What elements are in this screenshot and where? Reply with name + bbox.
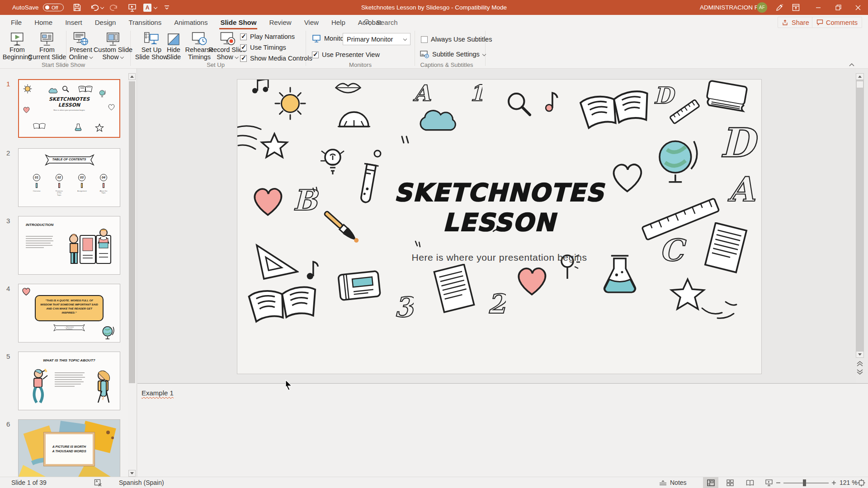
reading-view-button[interactable] bbox=[742, 477, 758, 488]
collapse-ribbon-button[interactable] bbox=[849, 63, 854, 66]
scroll-up-button[interactable] bbox=[128, 73, 136, 80]
scroll-down-button[interactable] bbox=[128, 470, 136, 477]
use-presenter-view-checkbox[interactable]: Use Presenter View bbox=[312, 51, 380, 58]
tab-design[interactable]: Design bbox=[89, 15, 123, 29]
doodle-number: 1 bbox=[466, 80, 482, 106]
tab-file[interactable]: File bbox=[5, 15, 28, 29]
play-narrations-checkbox[interactable]: Play Narrations bbox=[240, 33, 295, 40]
customize-quick-access-button[interactable] bbox=[164, 0, 170, 15]
previous-slide-button[interactable] bbox=[856, 361, 863, 367]
scroll-up-button[interactable] bbox=[856, 73, 864, 80]
slide-thumbnail-3[interactable]: INTRODUCTION bbox=[18, 216, 120, 275]
zoom-level[interactable]: 121 % bbox=[840, 477, 858, 488]
account-name[interactable]: ADMINISTRACION FP bbox=[700, 0, 762, 15]
toc-item: 01 Overview bbox=[28, 174, 46, 194]
fit-slide-button[interactable] bbox=[858, 477, 865, 488]
tab-animations[interactable]: Animations bbox=[168, 15, 214, 29]
slide-number: 2 bbox=[6, 149, 10, 157]
notes-toggle-button[interactable]: Notes bbox=[659, 477, 687, 488]
undo-button[interactable] bbox=[90, 0, 104, 15]
slide-subtitle[interactable]: Here is where your presentation begins bbox=[237, 252, 761, 263]
slide-thumbnail-2[interactable]: TABLE OF CONTENTS 01 Overview 02 Feature… bbox=[18, 148, 120, 207]
monitor-dropdown[interactable]: Primary Monitor bbox=[343, 33, 410, 45]
share-icon bbox=[782, 19, 789, 26]
ribbon-display-options-button[interactable] bbox=[792, 0, 800, 15]
slideshow-icon bbox=[128, 4, 137, 12]
tab-transitions[interactable]: Transitions bbox=[122, 15, 168, 29]
slide-thumbnail-panel: 1 SKETCHNOTESLESSON Here is where your p… bbox=[0, 69, 137, 477]
tab-insert[interactable]: Insert bbox=[59, 15, 89, 29]
notes-text[interactable]: Example 1 bbox=[142, 389, 174, 397]
avatar[interactable]: AF bbox=[757, 0, 767, 15]
tab-view[interactable]: View bbox=[298, 15, 325, 29]
restore-button[interactable] bbox=[828, 0, 848, 15]
normal-view-button[interactable] bbox=[703, 477, 718, 488]
slide-thumbnail-4[interactable]: "THIS IS A QUOTE. WORDS FULL OF WISDOM T… bbox=[18, 284, 120, 343]
next-slide-button[interactable] bbox=[856, 369, 863, 375]
search-box[interactable]: Search bbox=[364, 15, 398, 29]
slide-indicator[interactable]: Slide 1 of 39 bbox=[11, 477, 47, 488]
slide-canvas[interactable]: A 1 D B D A 3 2 C SKETCHNOTESLESSON Here… bbox=[237, 79, 762, 374]
inking-button[interactable] bbox=[775, 0, 783, 15]
zoom-out-button[interactable] bbox=[776, 477, 781, 488]
redo-button[interactable] bbox=[110, 0, 118, 15]
doodle-sun bbox=[23, 84, 33, 94]
autosave-toggle[interactable]: Off bbox=[43, 0, 64, 15]
spell-check-button[interactable] bbox=[94, 477, 102, 488]
close-button[interactable] bbox=[848, 0, 868, 15]
scrollbar-thumb[interactable] bbox=[856, 81, 863, 88]
scroll-down-button[interactable] bbox=[856, 351, 864, 358]
tab-home[interactable]: Home bbox=[28, 15, 59, 29]
comments-button[interactable]: Comments bbox=[812, 17, 862, 28]
from-beginning-button[interactable]: From Beginning bbox=[3, 31, 32, 61]
doodle-small-ruler bbox=[667, 99, 703, 126]
slide-thumbnail-1[interactable]: SKETCHNOTESLESSON Here is where your pre… bbox=[18, 79, 120, 138]
scrollbar-thumb[interactable] bbox=[129, 81, 135, 383]
slide-thumbnail-6[interactable]: A PICTURE IS WORTH A THOUSAND WORDS bbox=[18, 419, 120, 477]
slide-show-view-button[interactable] bbox=[761, 477, 777, 488]
doodle-star-squiggle bbox=[667, 275, 739, 324]
font-command-button[interactable]: A bbox=[143, 0, 157, 15]
slide-thumbnail-5[interactable]: WHAT IS THIS TOPIC ABOUT? bbox=[18, 352, 120, 410]
editor-scrollbar[interactable] bbox=[856, 73, 864, 358]
share-button[interactable]: Share bbox=[778, 17, 814, 28]
present-online-button[interactable]: Present Online bbox=[69, 31, 93, 61]
hide-slide-icon bbox=[167, 33, 180, 46]
slide-title[interactable]: SKETCHNOTESLESSON bbox=[237, 178, 761, 238]
triangle-down-icon bbox=[858, 353, 862, 356]
pen-icon bbox=[775, 4, 783, 12]
hide-slide-button[interactable]: Hide Slide bbox=[166, 31, 181, 61]
set-up-slide-show-button[interactable]: Set Up Slide Show bbox=[135, 31, 168, 61]
doodle-shooting-star bbox=[237, 121, 296, 166]
thumb6-caption: A PICTURE IS WORTH A THOUSAND WORDS bbox=[46, 445, 93, 454]
svg-text:A: A bbox=[413, 80, 431, 106]
share-label: Share bbox=[792, 19, 809, 26]
comments-label: Comments bbox=[826, 19, 858, 26]
tab-review[interactable]: Review bbox=[263, 15, 297, 29]
start-from-beginning-quick-button[interactable] bbox=[128, 0, 137, 15]
doodle-letter: A bbox=[410, 80, 433, 106]
slide-sorter-view-button[interactable] bbox=[722, 477, 738, 488]
mouse-cursor bbox=[285, 380, 293, 390]
minimize-button[interactable] bbox=[808, 0, 828, 15]
language-indicator[interactable]: Spanish (Spain) bbox=[119, 477, 164, 488]
use-timings-checkbox[interactable]: Use Timings bbox=[240, 44, 286, 51]
save-button[interactable] bbox=[73, 0, 81, 15]
thumbnail-scrollbar[interactable] bbox=[128, 73, 136, 477]
always-use-subtitles-checkbox[interactable]: Always Use Subtitles bbox=[421, 36, 492, 43]
from-current-slide-button[interactable]: From Current Slide bbox=[28, 31, 66, 61]
custom-slide-show-button[interactable]: Custom Slide Show bbox=[94, 31, 132, 61]
doodle-heart bbox=[21, 287, 31, 296]
zoom-in-button[interactable] bbox=[831, 477, 836, 488]
subtitle-settings-button[interactable]: Subtitle Settings bbox=[420, 50, 486, 58]
group-label-monitors: Monitors bbox=[349, 61, 372, 68]
tab-help[interactable]: Help bbox=[325, 15, 352, 29]
tab-slide-show[interactable]: Slide Show bbox=[214, 15, 263, 29]
double-chevron-down-icon bbox=[856, 369, 863, 375]
zoom-slider-thumb[interactable] bbox=[803, 479, 806, 486]
show-media-controls-checkbox[interactable]: Show Media Controls bbox=[240, 55, 312, 62]
notes-pane[interactable]: Example 1 bbox=[137, 384, 868, 477]
doodle-open-book bbox=[33, 122, 46, 131]
zoom-slider-track[interactable] bbox=[783, 483, 829, 483]
doodle-flask bbox=[73, 123, 83, 134]
